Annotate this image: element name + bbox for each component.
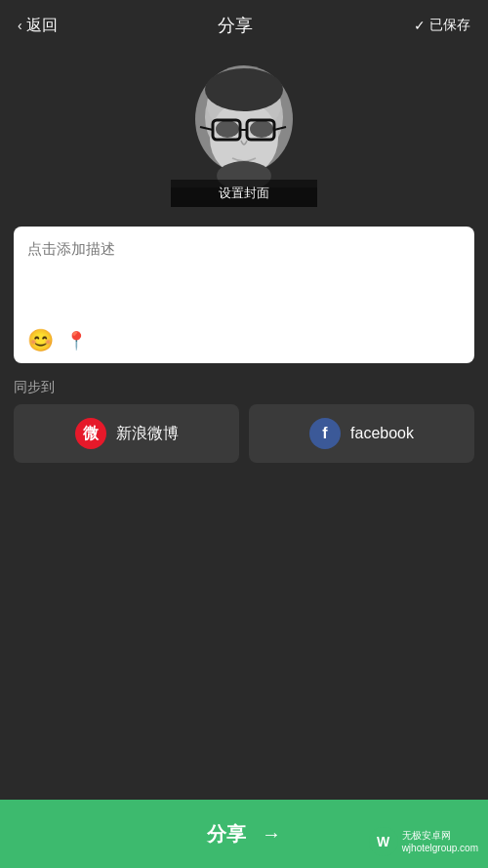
check-icon: ✓ [414,18,426,33]
facebook-share-button[interactable]: f facebook [249,404,474,463]
back-chevron-icon: ‹ [18,18,22,33]
saved-status: ✓ 已保存 [414,17,470,34]
weibo-share-button[interactable]: 微 新浪微博 [14,404,239,463]
weibo-label: 新浪微博 [116,424,179,444]
description-input[interactable] [27,240,461,318]
facebook-label: facebook [350,425,414,442]
svg-point-6 [250,120,273,138]
sync-label: 同步到 [0,363,488,404]
description-area: 😊 📍 [14,227,474,363]
back-label: 返回 [26,16,58,36]
watermark: W 无极安卓网 wjhotelgroup.com [369,827,478,856]
description-icons: 😊 📍 [27,328,461,353]
emoji-icon[interactable]: 😊 [27,328,54,353]
cover-label[interactable]: 设置封面 [171,180,317,207]
weibo-icon: 微 [75,418,106,449]
page-title: 分享 [218,14,253,37]
watermark-logo: W [369,827,398,856]
header: ‹ 返回 分享 ✓ 已保存 [0,0,488,51]
cover-area: 设置封面 [0,51,488,227]
svg-point-5 [216,120,239,138]
svg-point-13 [205,68,283,111]
bottom-bar[interactable]: 分享 → W 无极安卓网 wjhotelgroup.com [0,800,488,868]
facebook-icon: f [309,418,341,449]
watermark-text: 无极安卓网 wjhotelgroup.com [402,829,478,854]
share-buttons-container: 微 新浪微博 f facebook [0,404,488,463]
saved-label: 已保存 [429,17,470,34]
bottom-share-label: 分享 [207,821,246,847]
bottom-arrow-icon: → [262,823,281,846]
cover-wrapper[interactable]: 设置封面 [171,61,317,207]
location-icon[interactable]: 📍 [65,330,87,351]
back-button[interactable]: ‹ 返回 [18,16,58,36]
